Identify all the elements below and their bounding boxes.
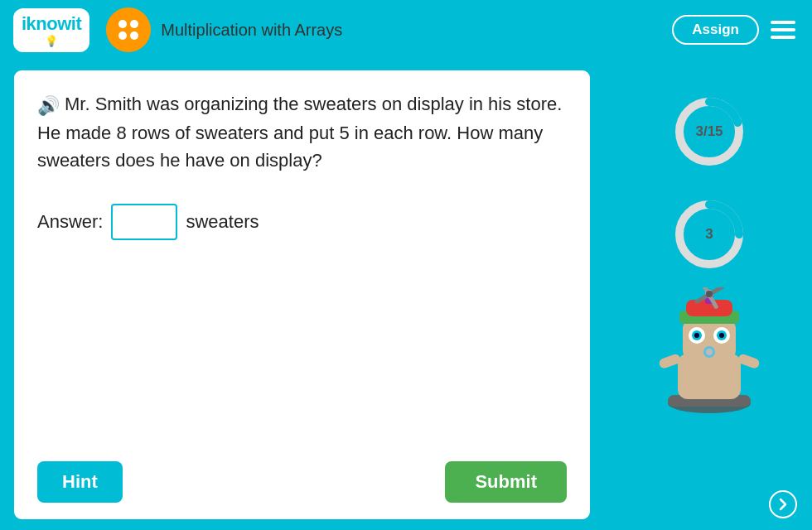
progress-stat: Progress 3/15	[672, 75, 747, 169]
header-actions: Assign	[672, 15, 799, 45]
svg-point-13	[719, 333, 724, 338]
question-panel: 🔊Mr. Smith was organizing the sweaters o…	[12, 68, 592, 522]
score-stat: Score 3	[672, 177, 747, 272]
answer-unit: sweaters	[186, 211, 259, 233]
hint-button[interactable]: Hint	[37, 461, 123, 503]
robot-svg	[643, 287, 776, 416]
progress-donut: 3/15	[672, 94, 747, 169]
assign-button[interactable]: Assign	[672, 15, 759, 45]
question-text: 🔊Mr. Smith was organizing the sweaters o…	[37, 90, 567, 174]
panel-divider	[604, 68, 607, 522]
progress-value: 3/15	[695, 123, 723, 140]
lesson-icon	[106, 7, 151, 52]
svg-point-15	[706, 349, 713, 355]
svg-point-22	[706, 291, 713, 297]
app-header: iknowit 💡 Multiplication with Arrays Ass…	[0, 0, 812, 60]
menu-button[interactable]	[767, 17, 799, 42]
answer-input[interactable]	[111, 204, 177, 240]
score-value: 3	[705, 226, 713, 243]
logo: iknowit 💡	[13, 8, 89, 52]
svg-rect-6	[678, 354, 741, 399]
logo-text: iknowit	[22, 13, 81, 35]
sound-icon[interactable]: 🔊	[37, 92, 60, 119]
answer-row: Answer: sweaters	[37, 204, 567, 240]
lesson-icon-dots	[118, 20, 138, 40]
action-buttons: Hint Submit	[37, 461, 567, 503]
score-label: Score	[689, 177, 728, 194]
nav-next-button[interactable]	[769, 490, 797, 518]
answer-label: Answer:	[37, 211, 103, 233]
main-content: 🔊Mr. Smith was organizing the sweaters o…	[0, 60, 812, 530]
mascot	[635, 283, 784, 416]
score-donut: 3	[672, 197, 747, 272]
submit-button[interactable]: Submit	[445, 461, 567, 503]
lesson-title: Multiplication with Arrays	[161, 21, 662, 40]
stats-panel: Progress 3/15 Score 3	[618, 68, 800, 522]
progress-label: Progress	[679, 75, 740, 91]
svg-point-10	[694, 333, 699, 338]
